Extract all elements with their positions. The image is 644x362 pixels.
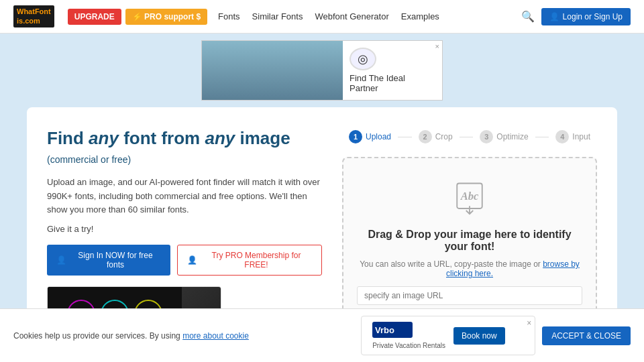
upload-title: Drag & Drop your image here to identify … <box>357 229 582 253</box>
main-description: Upload an image, and our AI-powered font… <box>47 176 322 217</box>
step-divider-1 <box>398 137 412 137</box>
step-4-label: Input <box>572 132 590 141</box>
cta-buttons: 👤 Sign In NOW for free fonts 👤 Try PRO M… <box>47 245 322 276</box>
nav-links: Fonts Similar Fonts Webfont Generator Ex… <box>218 11 439 21</box>
vrbo-close-icon[interactable]: × <box>527 318 531 328</box>
nav-webfont-generator[interactable]: Webfont Generator <box>315 11 388 21</box>
accept-cookie-button[interactable]: ACCEPT & CLOSE <box>542 326 631 345</box>
url-input[interactable] <box>357 286 582 305</box>
logo[interactable]: WhatFont is.com <box>13 5 54 27</box>
step-bar: 1 Upload 2 Crop 3 Optimize 4 Input <box>342 127 597 146</box>
nav-fonts[interactable]: Fonts <box>218 11 240 21</box>
nav-similar-fonts[interactable]: Similar Fonts <box>252 11 303 21</box>
step-1-label: Upload <box>366 132 391 141</box>
login-button[interactable]: 👤 Login or Sign Up <box>541 8 631 25</box>
login-label: Login or Sign Up <box>563 12 623 21</box>
cookie-banner: Cookies help us provide our services. By… <box>0 308 644 362</box>
header-nav: UPGRADE ⚡ PRO support $ Fonts Similar Fo… <box>68 9 521 25</box>
upload-svg-icon: Abc <box>449 178 490 219</box>
cookie-main-text: Cookies help us provide our services. By… <box>13 331 180 341</box>
step-divider-2 <box>460 137 474 137</box>
step-3-num: 3 <box>480 130 493 143</box>
step-1-num: 1 <box>349 130 362 143</box>
ad-banner-text: ◎ Find The Ideal Partner <box>343 41 442 100</box>
ad-person-image <box>202 40 343 101</box>
user-icon-pro: 👤 <box>187 255 197 265</box>
signin-label: Sign In NOW for free fonts <box>70 251 161 269</box>
cookie-link[interactable]: more about cookie <box>182 331 249 341</box>
cookie-text: Cookies help us provide our services. By… <box>13 331 354 341</box>
header: WhatFont is.com UPGRADE ⚡ PRO support $ … <box>0 0 644 34</box>
step-2-num: 2 <box>419 130 432 143</box>
upgrade-button[interactable]: UPGRADE <box>68 9 121 25</box>
step-crop: 2 Crop <box>412 127 460 146</box>
svg-text:Abc: Abc <box>460 190 479 202</box>
title-any1: any <box>89 128 119 148</box>
main-title: Find any font from any image <box>47 127 322 150</box>
main-subtitle: (commercial or free) <box>47 154 322 165</box>
pro-support-button[interactable]: ⚡ PRO support $ <box>125 9 207 25</box>
logo-box: WhatFont is.com <box>13 5 54 27</box>
step-input: 4 Input <box>549 127 597 146</box>
ad-banner[interactable]: ◎ Find The Ideal Partner × <box>201 40 443 101</box>
book-now-button[interactable]: Book now <box>453 327 505 345</box>
ad-close-icon[interactable]: × <box>435 42 439 50</box>
pro-free-label: Try PRO Membership for FREE! <box>201 251 312 269</box>
pro-membership-button[interactable]: 👤 Try PRO Membership for FREE! <box>177 245 322 276</box>
vrbo-ad: Vrbo Private Vacation Rentals Book now <box>361 316 535 355</box>
vrbo-logo: Vrbo <box>372 322 445 342</box>
step-upload: 1 Upload <box>342 127 398 146</box>
search-icon[interactable]: 🔍 <box>521 10 535 23</box>
upload-sub-text: You can also write a URL, copy-paste the… <box>360 259 543 269</box>
ad-banner-image <box>202 40 343 101</box>
ad-find-partner: Find The Ideal Partner <box>350 73 435 93</box>
svg-text:Vrbo: Vrbo <box>375 325 394 335</box>
vrbo-logo-wrap: Vrbo Private Vacation Rentals <box>372 322 445 349</box>
user-icon-signin: 👤 <box>56 255 66 265</box>
give-try: Give it a try! <box>47 224 322 234</box>
nav-examples[interactable]: Examples <box>401 11 439 21</box>
title-font-from: font from <box>119 128 205 148</box>
signin-button[interactable]: 👤 Sign In NOW for free fonts <box>47 245 170 276</box>
title-find: Find <box>47 128 89 148</box>
step-optimize: 3 Optimize <box>473 127 535 146</box>
ad-circle-logo: ◎ <box>350 48 376 70</box>
vrbo-logo-svg: Vrbo <box>372 322 413 338</box>
vrbo-ad-wrap: Vrbo Private Vacation Rentals Book now × <box>361 316 535 355</box>
user-icon: 👤 <box>549 12 559 21</box>
step-divider-3 <box>535 137 549 137</box>
header-right: 🔍 👤 Login or Sign Up <box>521 8 631 25</box>
title-image: image <box>235 128 290 148</box>
logo-what: WhatFont <box>17 7 51 15</box>
logo-is: is.com <box>17 17 40 25</box>
step-3-label: Optimize <box>496 132 528 141</box>
step-4-num: 4 <box>555 130 569 143</box>
step-2-label: Crop <box>435 132 453 141</box>
vrbo-tagline: Private Vacation Rentals <box>372 342 445 349</box>
ad-banner-section: ◎ Find The Ideal Partner × <box>0 34 644 107</box>
title-any2: any <box>205 128 235 148</box>
upload-sub: You can also write a URL, copy-paste the… <box>357 259 582 278</box>
upload-icon: Abc <box>357 178 582 221</box>
